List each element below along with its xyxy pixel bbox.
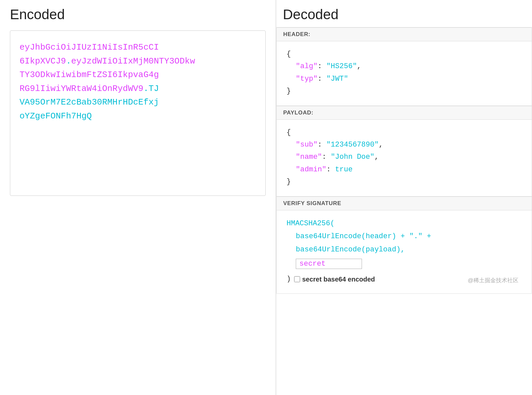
base64-header-arg: base64UrlEncode(header) + "." + — [296, 232, 431, 241]
encoded-token-box[interactable]: eyJhbGciOiJIUzI1NiIsInR5cCI 6IkpXVCJ9.ey… — [10, 30, 266, 196]
secret-base64-checkbox[interactable] — [294, 276, 300, 282]
payload-sub-comma: , — [379, 141, 383, 149]
payload-admin-colon: : — [326, 165, 335, 174]
main-layout: Encoded eyJhbGciOiJIUzI1NiIsInR5cCI 6Ikp… — [0, 0, 532, 395]
header-alg-value: "HS256" — [326, 62, 357, 70]
hmac-function: HMACSHA256( — [287, 219, 334, 228]
payload-admin-value: true — [335, 165, 353, 174]
header-content: { "alg": "HS256", "typ": "JWT" } — [277, 41, 532, 106]
header-typ-key: "typ" — [296, 75, 318, 83]
secret-base64-row: ) secret base64 encoded @稀土掘金技术社区 — [287, 273, 522, 286]
payload-brace-close: } — [287, 178, 291, 186]
token-sig-part1: TJ — [149, 84, 159, 94]
token-payload-part3: RG9lIiwiYWRtaW4iOnRydWV9 — [20, 84, 143, 94]
verify-content: HMACSHA256( base64UrlEncode(header) + ".… — [277, 210, 532, 294]
header-label: HEADER: — [277, 27, 532, 41]
payload-name-value: "John Doe" — [331, 153, 375, 161]
payload-brace-open: { — [287, 128, 291, 137]
token-payload-part1: eyJzdWIiOiIxMjM0NTY3ODkw — [71, 56, 195, 66]
header-alg-comma: , — [357, 62, 361, 70]
secret-base64-label: secret base64 encoded — [302, 273, 375, 285]
header-alg-colon: : — [318, 62, 326, 70]
header-brace-open: { — [287, 50, 291, 58]
watermark: @稀土掘金技术社区 — [468, 276, 522, 286]
payload-name-key: "name" — [296, 153, 322, 161]
secret-input[interactable] — [296, 259, 362, 269]
payload-label: PAYLOAD: — [277, 106, 532, 120]
payload-sub-key: "sub" — [296, 141, 318, 149]
header-alg-key: "alg" — [296, 62, 318, 70]
base64-payload-arg: base64UrlEncode(payload), — [296, 245, 405, 254]
token-dot2: . — [143, 84, 149, 94]
decoded-sections: HEADER: { "alg": "HS256", "typ": "JWT" }… — [276, 27, 532, 294]
payload-admin-key: "admin" — [296, 165, 326, 174]
token-sig-part3: oYZgeFONFh7HgQ — [20, 111, 92, 121]
payload-sub-colon: : — [318, 141, 326, 149]
header-typ-colon: : — [318, 75, 326, 83]
token-dot1: . — [66, 56, 71, 66]
token-header-part1: eyJhbGciOiJIUzI1NiIsInR5cCI — [20, 42, 159, 52]
decoded-title: Decoded — [276, 7, 532, 22]
token-header-part2: 6IkpXVCJ9 — [20, 56, 66, 66]
header-brace-close: } — [287, 87, 291, 95]
decoded-panel: Decoded HEADER: { "alg": "HS256", "typ":… — [276, 0, 532, 395]
token-payload-part2: TY3ODkwIiwibmFtZSI6IkpvaG4g — [20, 70, 159, 80]
verify-label: VERIFY SIGNATURE — [277, 197, 532, 210]
encoded-panel: Encoded eyJhbGciOiJIUzI1NiIsInR5cCI 6Ikp… — [0, 0, 276, 395]
payload-name-colon: : — [322, 153, 331, 161]
payload-name-comma: , — [375, 153, 379, 161]
token-sig-part2: VA95OrM7E2cBab30RMHrHDcEfxj — [20, 97, 159, 107]
payload-content: { "sub": "1234567890", "name": "John Doe… — [277, 120, 532, 197]
payload-sub-value: "1234567890" — [326, 141, 378, 149]
close-paren: ) — [287, 273, 291, 286]
encoded-title: Encoded — [10, 7, 266, 22]
header-typ-value: "JWT" — [326, 75, 348, 83]
